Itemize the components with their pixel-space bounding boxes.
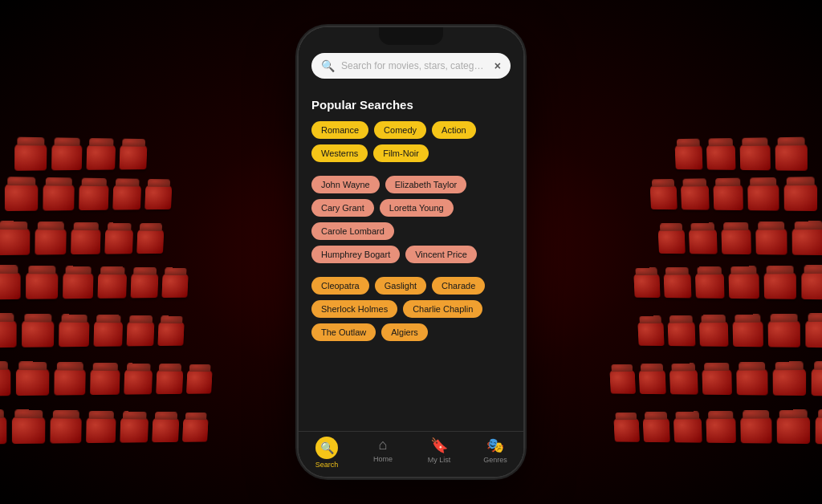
- search-nav-icon: 🔍: [320, 441, 334, 454]
- movie-tag-algiers[interactable]: Algiers: [381, 323, 428, 341]
- nav-mylist-label: My List: [428, 456, 451, 464]
- star-tag-humphrey-bogart[interactable]: Humphrey Bogart: [311, 246, 400, 263]
- bottom-nav: 🔍 Search ⌂ Home 🔖 My List 🎭 Genres: [299, 431, 523, 477]
- star-tag-loretta-young[interactable]: Loretta Young: [380, 199, 454, 217]
- phone-frame: 🔍 Search for movies, stars, categories..…: [299, 27, 523, 477]
- nav-home-label: Home: [373, 455, 393, 463]
- genre-tag-westerns[interactable]: Westerns: [311, 144, 368, 162]
- star-tag-john-wayne[interactable]: John Wayne: [311, 176, 380, 193]
- stars-tag-group-4: Humphrey Bogart Vincent Price: [311, 246, 511, 263]
- genre-tag-romance[interactable]: Romance: [311, 121, 368, 139]
- movie-tag-charade[interactable]: Charade: [432, 277, 485, 295]
- nav-search-active-bg: 🔍: [315, 437, 338, 459]
- stars-tag-group-3: Carole Lombard: [311, 222, 511, 240]
- star-tag-cary-grant[interactable]: Cary Grant: [311, 199, 374, 217]
- close-button[interactable]: ×: [494, 59, 501, 72]
- genre-tag-group-2: Westerns Film-Noir: [311, 144, 511, 162]
- phone-notch: [379, 27, 443, 45]
- search-icon: 🔍: [321, 59, 335, 72]
- popular-searches-title: Popular Searches: [311, 98, 511, 112]
- movie-tag-gaslight[interactable]: Gaslight: [375, 277, 426, 295]
- genres-nav-icon: 🎭: [486, 437, 504, 454]
- home-nav-icon: ⌂: [379, 437, 388, 453]
- genre-tag-comedy[interactable]: Comedy: [374, 121, 426, 139]
- nav-search-label: Search: [315, 461, 339, 469]
- stars-tag-group-2: Cary Grant Loretta Young: [311, 199, 511, 217]
- nav-genres-label: Genres: [483, 456, 507, 464]
- movie-tag-the-outlaw[interactable]: The Outlaw: [311, 323, 376, 341]
- movies-tag-group-3: The Outlaw Algiers: [311, 323, 511, 341]
- stars-tag-group-1: John Wayne Elizabeth Taylor: [311, 176, 511, 193]
- star-tag-carole-lombard[interactable]: Carole Lombard: [311, 222, 394, 240]
- search-bar[interactable]: 🔍 Search for movies, stars, categories..…: [311, 53, 511, 79]
- movie-tag-charlie-chaplin[interactable]: Charlie Chaplin: [403, 300, 482, 318]
- nav-mylist[interactable]: 🔖 My List: [411, 437, 467, 469]
- star-tag-vincent-price[interactable]: Vincent Price: [405, 246, 477, 263]
- mylist-nav-icon: 🔖: [430, 437, 448, 454]
- nav-search[interactable]: 🔍 Search: [299, 437, 355, 469]
- movies-tag-group-1: Cleopatra Gaslight Charade: [311, 277, 511, 295]
- content-area: Popular Searches Romance Comedy Action W…: [299, 87, 523, 431]
- movie-tag-sherlock-holmes[interactable]: Sherlock Holmes: [311, 300, 397, 318]
- star-tag-elizabeth-taylor[interactable]: Elizabeth Taylor: [385, 176, 466, 193]
- genre-tag-group: Romance Comedy Action: [311, 121, 511, 139]
- movie-tag-cleopatra[interactable]: Cleopatra: [311, 277, 369, 295]
- search-placeholder[interactable]: Search for movies, stars, categories...: [341, 60, 488, 71]
- genre-tag-action[interactable]: Action: [432, 121, 476, 139]
- phone-screen: 🔍 Search for movies, stars, categories..…: [299, 27, 523, 477]
- nav-home[interactable]: ⌂ Home: [355, 437, 411, 469]
- genre-tag-film-noir[interactable]: Film-Noir: [373, 144, 429, 162]
- movies-tag-group-2: Sherlock Holmes Charlie Chaplin: [311, 300, 511, 318]
- nav-genres[interactable]: 🎭 Genres: [467, 437, 523, 469]
